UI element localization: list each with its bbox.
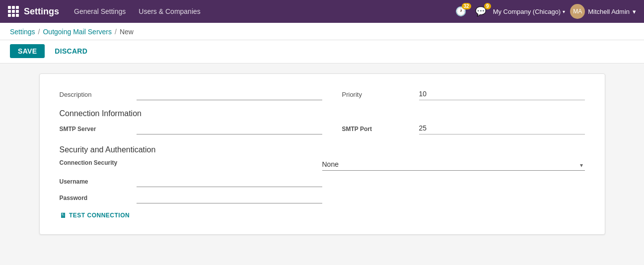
nav-general-settings[interactable]: General Settings [69, 5, 131, 17]
app-title: Settings [24, 6, 59, 17]
username-label: Username [60, 178, 137, 185]
form-card: Description Priority 10 Connection Infor… [39, 73, 605, 235]
user-chevron-icon: ▾ [633, 8, 636, 15]
navbar-right: 🕐 32 💬 9 My Company (Chicago) ▾ MA Mitch… [453, 4, 636, 19]
smtp-port-label: SMTP Port [342, 126, 419, 132]
connection-security-select[interactable]: None STARTTLS SSL/TLS [322, 159, 585, 171]
username-row: Username [60, 176, 585, 187]
app-logo[interactable]: Settings [8, 6, 59, 17]
description-label: Description [60, 91, 137, 98]
connection-security-left: Connection Security [60, 159, 322, 166]
test-connection-label: TEST CONNECTION [69, 212, 130, 219]
password-label: Password [60, 195, 137, 201]
description-group: Description [60, 89, 322, 100]
username-input[interactable] [137, 176, 322, 187]
smtp-port-value: 25 [419, 123, 585, 134]
save-button[interactable]: SAVE [10, 44, 45, 58]
discard-button[interactable]: DISCARD [49, 44, 93, 58]
smtp-row: SMTP Server SMTP Port 25 [60, 123, 585, 134]
smtp-server-label: SMTP Server [60, 126, 137, 132]
chevron-down-icon: ▾ [563, 9, 565, 14]
connection-security-select-wrapper: None STARTTLS SSL/TLS [322, 159, 585, 171]
nav-users-companies[interactable]: Users & Companies [134, 5, 206, 17]
smtp-server-group: SMTP Server [60, 123, 322, 134]
top-navbar: Settings General Settings Users & Compan… [0, 0, 644, 23]
breadcrumb: Settings / Outgoing Mail Servers / New [10, 28, 634, 40]
breadcrumb-sep-1: / [38, 28, 40, 36]
priority-label: Priority [342, 91, 419, 98]
username-group: Username [60, 176, 322, 187]
breadcrumb-bar: Settings / Outgoing Mail Servers / New [0, 23, 644, 40]
main-nav: General Settings Users & Companies [69, 5, 443, 17]
activity-button[interactable]: 🕐 32 [453, 5, 468, 18]
description-input[interactable] [137, 89, 322, 100]
company-switcher[interactable]: My Company (Chicago) ▾ [493, 8, 566, 15]
action-bar: SAVE DISCARD [0, 40, 644, 64]
connection-section-title: Connection Information [60, 109, 585, 118]
company-name: My Company (Chicago) [493, 8, 561, 15]
monitor-icon: 🖥 [60, 211, 67, 219]
password-input[interactable] [137, 192, 322, 203]
user-name: Mitchell Admin [588, 8, 630, 15]
priority-value: 10 [419, 89, 585, 100]
priority-group: Priority 10 [322, 89, 585, 100]
breadcrumb-outgoing-mail[interactable]: Outgoing Mail Servers [43, 28, 112, 36]
password-group: Password [60, 192, 322, 203]
breadcrumb-settings[interactable]: Settings [10, 28, 35, 36]
password-row: Password [60, 192, 585, 203]
security-section-title: Security and Authentication [60, 145, 585, 154]
main-content: Description Priority 10 Connection Infor… [0, 64, 644, 263]
smtp-server-input[interactable] [137, 123, 322, 134]
description-priority-row: Description Priority 10 [60, 89, 585, 100]
connection-security-label: Connection Security [60, 159, 137, 166]
test-connection-button[interactable]: 🖥 TEST CONNECTION [60, 211, 130, 219]
connection-security-row: Connection Security None STARTTLS SSL/TL… [60, 159, 585, 171]
breadcrumb-sep-2: / [115, 28, 117, 36]
grid-icon [8, 6, 19, 17]
avatar: MA [570, 4, 585, 19]
user-menu-button[interactable]: MA Mitchell Admin ▾ [570, 4, 636, 19]
message-count: 9 [484, 3, 491, 9]
message-button[interactable]: 💬 9 [473, 5, 488, 18]
activity-count: 32 [462, 3, 471, 9]
breadcrumb-new: New [120, 28, 134, 36]
smtp-port-group: SMTP Port 25 [322, 123, 585, 134]
